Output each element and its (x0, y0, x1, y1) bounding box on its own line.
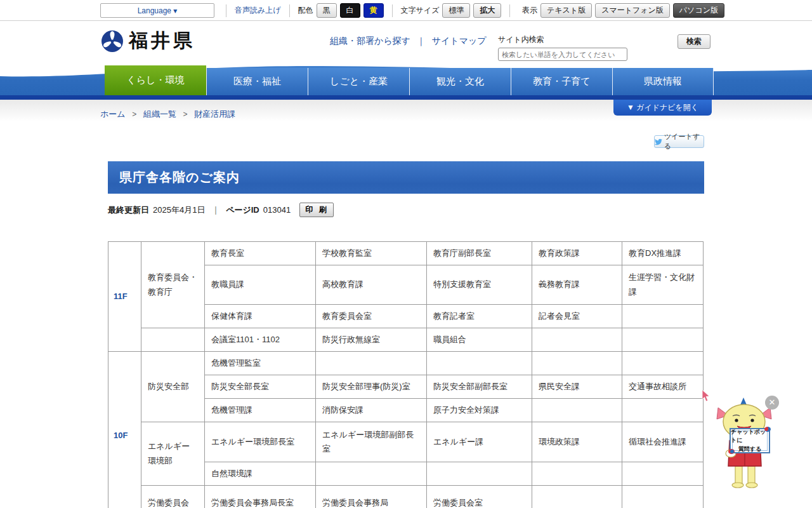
room-cell-empty (532, 486, 622, 508)
page: Language ▾ 音声読み上げ 配色 黒 白 黄 文字サイズ 標準 拡大 表… (0, 0, 812, 508)
site-search: サイト内検索 検索 (498, 34, 714, 61)
room-cell-empty (622, 305, 704, 328)
room-cell: 生涯学習・文化財課 (622, 265, 704, 305)
search-button[interactable]: 検索 (678, 34, 710, 49)
page-meta: 最終更新日 2025年4月1日 ｜ ページID 013041 印 刷 (108, 203, 334, 217)
room-cell: エネルギー環境部長室 (205, 422, 316, 462)
guide-nav-open-button[interactable]: ▼ ガイドナビを開く (613, 100, 712, 116)
room-cell: エネルギー環境部副部長室 (316, 422, 427, 462)
mouse-cursor-icon (702, 390, 711, 403)
breadcrumb-org-list[interactable]: 組織一覧 (143, 109, 176, 119)
room-cell-empty (316, 352, 427, 375)
find-by-org-link[interactable]: 組織・部署から探す (330, 36, 410, 46)
view-smartphone-button[interactable]: スマートフォン版 (595, 3, 670, 18)
room-cell: 教育庁副部長室 (427, 242, 532, 265)
nav-bottom-strip (0, 95, 812, 100)
room-cell: 職員組合 (427, 328, 532, 352)
room-cell: 記者会見室 (532, 305, 622, 328)
sitemap-link[interactable]: サイトマップ (432, 36, 487, 46)
room-cell: 県民安全課 (532, 375, 622, 399)
chatbot-widget: ✕ チャ (712, 395, 782, 497)
utility-bar: Language ▾ 音声読み上げ 配色 黒 白 黄 文字サイズ 標準 拡大 表… (0, 0, 812, 21)
twitter-bird-icon (655, 138, 662, 145)
chatbot-open-button[interactable]: チャットボットに 質問する (730, 428, 770, 453)
site-logo[interactable]: 福井県 (100, 28, 195, 54)
nav-item-kensei[interactable]: 県政情報 (612, 68, 714, 95)
dept-cell: 防災安全部 (141, 352, 205, 422)
divider (226, 4, 226, 17)
view-text-button[interactable]: テキスト版 (540, 3, 592, 18)
room-cell: 労働委員会事務局長室 (205, 486, 316, 508)
room-cell: 防災安全部長室 (205, 375, 316, 399)
audio-readout-link[interactable]: 音声読み上げ (235, 5, 281, 16)
fukui-emblem-icon (100, 29, 125, 54)
nav-item-kanko[interactable]: 観光・文化 (409, 68, 511, 95)
fontsize-standard-button[interactable]: 標準 (442, 3, 470, 18)
room-cell-empty (532, 328, 622, 352)
last-updated-label: 最終更新日 (108, 204, 149, 216)
language-selector[interactable]: Language ▾ (100, 3, 214, 18)
color-black-button[interactable]: 黒 (317, 3, 337, 18)
title-banner: 県庁舎各階のご案内 (108, 161, 704, 194)
room-cell: 教職員課 (205, 265, 316, 305)
room-cell: 防災行政無線室 (316, 328, 427, 352)
room-cell: 危機管理監室 (205, 352, 316, 375)
room-cell: 防災安全部理事(防災)室 (316, 375, 427, 399)
nav-item-iryo[interactable]: 医療・福祉 (206, 68, 308, 95)
divider (509, 4, 510, 17)
chatbot-close-button[interactable]: ✕ (765, 396, 779, 410)
table-row: 会議室1101・1102 防災行政無線室 職員組合 (108, 328, 704, 352)
room-cell-empty (532, 462, 622, 486)
room-cell: 高校教育課 (316, 265, 427, 305)
fontsize-large-button[interactable]: 拡大 (473, 3, 501, 18)
fontsize-label: 文字サイズ (401, 5, 440, 16)
room-cell: 危機管理課 (205, 399, 316, 422)
room-cell: 学校教育監室 (316, 242, 427, 265)
print-button[interactable]: 印 刷 (299, 203, 334, 217)
search-input[interactable] (498, 48, 627, 61)
floor-label-11f: 11F (108, 242, 141, 352)
room-cell: 教育DX推進課 (622, 242, 704, 265)
global-nav: くらし・環境 医療・福祉 しごと・産業 観光・文化 教育・子育て 県政情報 (0, 64, 812, 100)
room-cell: 循環社会推進課 (622, 422, 704, 462)
room-cell-empty (622, 399, 704, 422)
room-cell-empty (427, 352, 532, 375)
table-row: 10F 防災安全部 危機管理監室 (108, 352, 704, 375)
room-cell-empty (622, 486, 704, 508)
room-cell: エネルギー課 (427, 422, 532, 462)
header-links: 組織・部署から探す｜サイトマップ (330, 36, 487, 47)
chatbot-sign-line1: チャットボットに (731, 428, 769, 444)
room-cell: 原子力安全対策課 (427, 399, 532, 422)
page-title: 県庁舎各階のご案内 (119, 169, 240, 186)
nav-item-shigoto[interactable]: しごと・産業 (308, 68, 409, 95)
breadcrumb-home[interactable]: ホーム (100, 109, 126, 119)
table-row: エネルギー環境部 エネルギー環境部長室 エネルギー環境部副部長室 エネルギー課 … (108, 422, 704, 462)
link-separator: ｜ (417, 36, 426, 46)
tweet-button[interactable]: ツイートする (654, 135, 704, 148)
floor-guide-table: 11F 教育委員会・教育庁 教育長室 学校教育監室 教育庁副部長室 教育政策課 … (108, 241, 704, 508)
nav-item-kyoiku[interactable]: 教育・子育て (511, 68, 612, 95)
room-cell: 自然環境課 (205, 462, 316, 486)
view-mode-label: 表示 (522, 5, 537, 16)
room-cell-empty (622, 352, 704, 375)
room-cell: 防災安全部副部長室 (427, 375, 532, 399)
floor-label-10f: 10F (108, 352, 141, 508)
page-id-label: ページID (226, 204, 259, 216)
room-cell: 労働委員会室 (427, 486, 532, 508)
view-pc-button[interactable]: パソコン版 (673, 3, 724, 18)
dept-cell-empty (141, 328, 205, 352)
table-row: 労働委員会 労働委員会事務局長室 労働委員会事務局 労働委員会室 (108, 486, 704, 508)
color-yellow-button[interactable]: 黄 (363, 3, 384, 18)
room-cell: 消防保安課 (316, 399, 427, 422)
dept-cell: 教育委員会・教育庁 (141, 242, 205, 328)
nav-item-kurashi[interactable]: くらし・環境 (105, 65, 206, 95)
room-cell-empty (622, 462, 704, 486)
language-label: Language ▾ (138, 6, 178, 15)
last-updated-value: 2025年4月1日 (153, 204, 205, 216)
breadcrumb-current[interactable]: 財産活用課 (194, 109, 235, 119)
tweet-button-label: ツイートする (664, 132, 704, 151)
site-name: 福井県 (129, 28, 195, 54)
room-cell: 教育長室 (205, 242, 316, 265)
color-white-button[interactable]: 白 (340, 3, 360, 18)
room-cell: 義務教育課 (532, 265, 622, 305)
